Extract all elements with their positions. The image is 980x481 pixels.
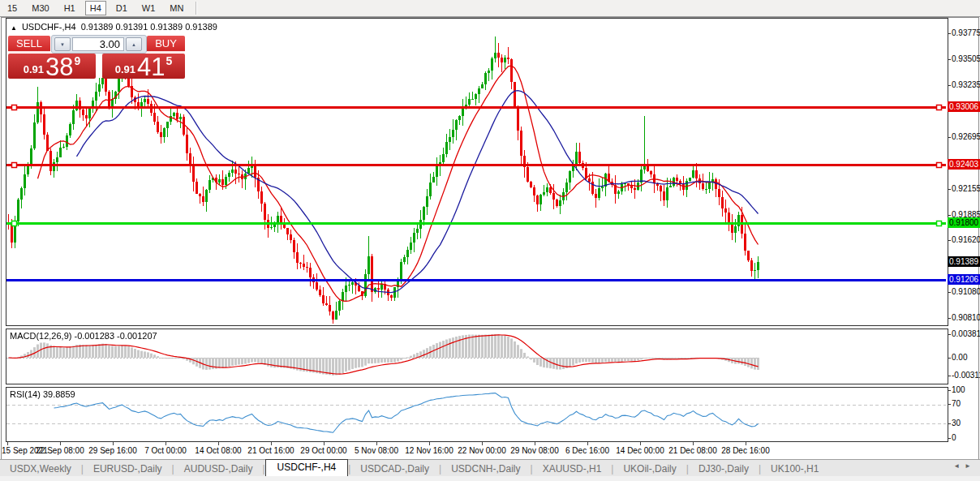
price-badge-0.91389: 0.91389 — [948, 256, 980, 267]
price-badge-0.91800: 0.91800 — [948, 217, 980, 228]
time-axis-tick — [271, 442, 272, 445]
status-strip — [0, 476, 980, 481]
time-axis-tick — [7, 442, 8, 445]
ohlc-readout: 0.91389 0.91391 0.91389 0.91389 — [81, 22, 217, 32]
buy-button[interactable]: BUY — [147, 36, 185, 53]
volume-decrease-button[interactable]: ▼ — [54, 37, 71, 51]
price-axis-tick — [948, 423, 951, 424]
price-badge-0.91206: 0.91206 — [948, 274, 980, 285]
sell-price-big: 38 — [45, 55, 73, 79]
price-axis-tick — [948, 292, 951, 293]
indicator-axis-label: 0 — [952, 433, 956, 442]
price-badge-0.93006: 0.93006 — [948, 101, 980, 112]
time-axis-tick — [482, 442, 483, 445]
price-axis-label: 0.92155 — [952, 184, 980, 193]
price-axis-tick — [948, 404, 951, 405]
sell-button[interactable]: SELL — [8, 36, 50, 53]
tab-audusd-daily[interactable]: AUDUSD-,Daily — [174, 462, 263, 476]
tab-usdcnh-daily[interactable]: USDCNH-,Daily — [441, 462, 530, 476]
price-axis-tick — [948, 334, 951, 335]
sell-price-prefix: 0.91 — [24, 63, 44, 75]
price-axis-tick — [948, 358, 951, 359]
price-axis-tick — [948, 59, 951, 60]
tab-dj30-daily[interactable]: DJ30-,Daily — [689, 462, 759, 476]
price-axis-label: 0.90810 — [952, 313, 980, 322]
indicator-axis-label: 100 — [952, 385, 965, 394]
sell-price[interactable]: 0.91 38 9 — [8, 54, 96, 79]
price-axis-tick — [948, 376, 951, 376]
tab-usdchf-h4[interactable]: USDCHF-,H4 — [265, 459, 349, 476]
price-axis-label: 0.92695 — [952, 132, 980, 141]
tab-scroll-right-icon[interactable]: ► — [965, 462, 976, 470]
price-axis-label: 0.91620 — [952, 235, 980, 244]
tab-xauusd-h1[interactable]: XAUUSD-,H1 — [533, 462, 612, 476]
price-axis-tick — [948, 85, 951, 86]
indicator-axis-label: -0.00311 — [952, 371, 980, 380]
tab-scroll-left-icon[interactable]: ◄ — [953, 462, 965, 470]
timeframe-w1[interactable]: W1 — [137, 1, 161, 15]
price-axis-tick — [948, 318, 951, 319]
volume-input[interactable] — [72, 37, 124, 51]
price-axis-tick — [948, 33, 951, 34]
time-axis-tick — [113, 442, 114, 445]
macd-label: MACD(12,26,9) -0.001283 -0.001207 — [10, 331, 157, 341]
rsi-label: RSI(14) 39.8859 — [10, 389, 75, 399]
time-axis-tick — [587, 442, 588, 445]
tab-usdx-weekly[interactable]: USDX,Weekly — [0, 462, 81, 476]
symbol-tab-bar: USDX,Weekly|EURUSD-,Daily|AUDUSD-,Daily|… — [0, 459, 980, 477]
price-axis-tick — [948, 189, 951, 190]
volume-increase-button[interactable]: ▲ — [126, 37, 142, 51]
price-axis-label: 0.93775 — [952, 28, 980, 37]
buy-price-prefix: 0.91 — [115, 63, 135, 75]
time-axis-tick — [746, 442, 746, 445]
trading-platform-window: 15M30H1H4D1W1MN ▲USDCHF-,H4 0.91389 0.91… — [0, 0, 980, 481]
volume-spinner: ▼ ▲ — [51, 35, 147, 54]
indicator-axis-label: 0.003811 — [952, 329, 980, 338]
buy-price[interactable]: 0.91 41 5 — [102, 54, 185, 79]
time-axis-tick — [218, 442, 219, 445]
time-axis-tick — [640, 442, 641, 445]
time-axis-tick — [376, 442, 377, 445]
price-axis-tick — [948, 390, 951, 391]
time-axis-tick — [324, 442, 325, 445]
timeframe-15[interactable]: 15 — [2, 1, 22, 15]
chart-header: ▲USDCHF-,H4 0.91389 0.91391 0.91389 0.91… — [11, 22, 217, 32]
price-axis-label: 0.91080 — [952, 287, 980, 296]
tab-usdcad-daily[interactable]: USDCAD-,Daily — [350, 462, 439, 476]
indicator-axis-label: 0.00 — [952, 353, 967, 362]
timeframe-h4[interactable]: H4 — [85, 1, 106, 15]
buy-price-big: 41 — [137, 55, 165, 79]
price-axis-tick — [948, 240, 951, 241]
collapse-arrow-icon[interactable]: ▲ — [11, 24, 17, 32]
time-axis-tick — [429, 442, 430, 445]
tab-ukoil-daily[interactable]: UKOil-,Daily — [613, 462, 686, 476]
tab-uk100-h1[interactable]: UK100-,H1 — [761, 462, 828, 476]
time-axis-tick — [60, 442, 61, 445]
timeframe-d1[interactable]: D1 — [111, 1, 132, 15]
time-axis-tick — [693, 442, 694, 445]
one-click-trade-panel: SELL ▼ ▲ BUY 0.91 38 9 0.91 41 5 — [8, 35, 185, 79]
toolbar-separator — [196, 2, 197, 15]
symbol-title: USDCHF-,H4 — [22, 22, 76, 32]
buy-price-sup: 5 — [166, 54, 173, 67]
timeframe-toolbar: 15M30H1H4D1W1MN — [0, 0, 980, 17]
price-axis-label: 0.93235 — [952, 80, 980, 89]
price-axis-tick — [948, 438, 951, 439]
indicator-axis-label: 30 — [952, 419, 961, 427]
timeframe-h1[interactable]: H1 — [59, 1, 80, 15]
price-badge-0.92403: 0.92403 — [948, 159, 980, 170]
time-axis-label: 28 Dec 16:00 — [709, 446, 782, 455]
sell-price-sup: 9 — [75, 54, 81, 67]
indicator-axis-label: 70 — [952, 399, 961, 408]
price-axis-tick — [948, 137, 951, 138]
time-axis-tick — [535, 442, 535, 445]
tab-scroll-arrows: ◄► — [953, 462, 976, 470]
tab-eurusd-daily[interactable]: EURUSD-,Daily — [84, 462, 172, 476]
timeframe-m30[interactable]: M30 — [27, 1, 54, 15]
time-axis-tick — [165, 442, 166, 445]
price-axis-tick — [948, 215, 951, 216]
rsi-canvas[interactable] — [6, 388, 946, 440]
timeframe-mn[interactable]: MN — [165, 1, 188, 15]
price-axis-label: 0.93505 — [952, 54, 980, 63]
